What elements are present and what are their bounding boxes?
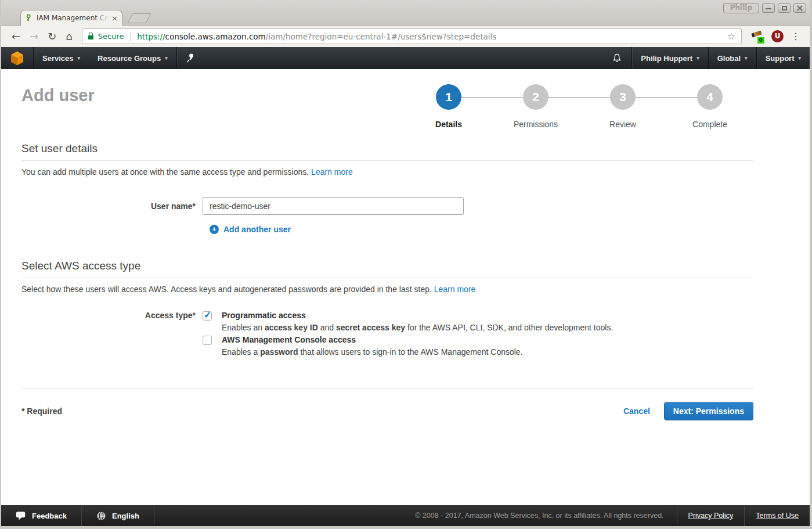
secure-lock-icon bbox=[88, 35, 93, 39]
chevron-down-icon: ▾ bbox=[798, 55, 801, 61]
omnibox-separator: | bbox=[129, 32, 132, 41]
console-access-option: AWS Management Console access Enables a … bbox=[203, 334, 613, 358]
url-text[interactable]: https://console.aws.amazon.com/iam/home?… bbox=[137, 32, 723, 41]
checkmark-icon: ✓ bbox=[204, 310, 211, 321]
cancel-link[interactable]: Cancel bbox=[623, 406, 650, 416]
programmatic-access-checkbox[interactable]: ✓ bbox=[203, 311, 212, 321]
ublock-extension-icon[interactable]: U bbox=[771, 30, 784, 42]
globe-icon bbox=[96, 511, 106, 521]
window-chrome: Philip IAM Management Co × bbox=[1, 0, 810, 26]
access-type-intro: Select how these users will access AWS. … bbox=[21, 285, 753, 294]
footer-divider bbox=[154, 505, 154, 526]
region-menu[interactable]: Global ▾ bbox=[709, 47, 756, 69]
option-description: Enables a password that allows users to … bbox=[222, 346, 523, 358]
step-details: 1 Details bbox=[405, 84, 492, 129]
extension-pencil-icon bbox=[751, 30, 762, 37]
maximize-button[interactable] bbox=[778, 3, 791, 13]
step-complete: 4 Complete bbox=[666, 84, 753, 129]
speech-bubble-icon bbox=[16, 511, 26, 521]
page-title: Add user bbox=[21, 86, 95, 105]
chevron-down-icon: ▾ bbox=[78, 55, 81, 61]
extension-badge: 0 bbox=[757, 37, 764, 44]
back-button[interactable]: ← bbox=[12, 31, 20, 42]
step-indicator: 1 Details 2 Permissions 3 Review 4 Compl… bbox=[405, 84, 753, 140]
username-input[interactable] bbox=[203, 197, 464, 215]
user-menu[interactable]: Philip Huppert ▾ bbox=[632, 47, 708, 69]
aws-navbar: Services ▾ Resource Groups ▾ Philip Hupp… bbox=[1, 47, 810, 69]
console-access-checkbox[interactable] bbox=[203, 336, 212, 345]
user-details-intro: You can add multiple users at once with … bbox=[21, 167, 753, 177]
programmatic-access-option: ✓ Programmatic access Enables an access … bbox=[203, 310, 613, 334]
window-titlebar[interactable]: Philip bbox=[1, 0, 810, 14]
resource-groups-menu[interactable]: Resource Groups ▾ bbox=[89, 47, 176, 69]
browser-tab[interactable]: IAM Management Co × bbox=[20, 10, 122, 26]
username-label: User name* bbox=[21, 197, 203, 215]
notifications-bell-icon[interactable] bbox=[602, 47, 631, 69]
extension-icon[interactable]: 0 bbox=[750, 30, 763, 44]
browser-menu-icon[interactable]: ⋮ bbox=[791, 31, 800, 42]
browser-window: Philip IAM Management Co × ← → ↻ ⌂ Secur… bbox=[0, 0, 812, 529]
learn-more-link[interactable]: Learn more bbox=[434, 285, 476, 294]
iam-key-favicon bbox=[25, 14, 33, 22]
aws-logo[interactable] bbox=[1, 47, 33, 69]
step-review: 3 Review bbox=[579, 84, 666, 129]
set-user-details-heading: Set user details bbox=[21, 142, 753, 161]
close-button[interactable] bbox=[793, 3, 806, 13]
bottom-divider bbox=[21, 388, 753, 389]
plus-icon: + bbox=[210, 225, 219, 234]
select-access-type-heading: Select AWS access type bbox=[21, 260, 753, 278]
option-title: Programmatic access bbox=[222, 310, 613, 322]
access-type-options: ✓ Programmatic access Enables an access … bbox=[203, 310, 613, 358]
step-permissions: 2 Permissions bbox=[492, 84, 579, 129]
privacy-policy-link[interactable]: Privacy Policy bbox=[677, 505, 745, 526]
secure-label: Secure bbox=[98, 32, 124, 41]
window-user-label: Philip bbox=[723, 3, 759, 13]
new-tab-button[interactable] bbox=[127, 13, 151, 23]
services-menu[interactable]: Services ▾ bbox=[34, 47, 89, 69]
chevron-down-icon: ▾ bbox=[745, 55, 748, 61]
language-link[interactable]: English bbox=[82, 505, 154, 526]
learn-more-link[interactable]: Learn more bbox=[311, 167, 353, 177]
url-path: /iam/home?region=eu-central-1#/users$new… bbox=[266, 32, 497, 41]
option-title: AWS Management Console access bbox=[222, 334, 523, 346]
tab-close-icon[interactable]: × bbox=[109, 15, 118, 22]
site-footer: Feedback English © 2008 - 2017, Amazon W… bbox=[1, 505, 810, 526]
minimize-button[interactable] bbox=[762, 3, 775, 13]
tab-title: IAM Management Co bbox=[37, 14, 109, 22]
reload-button[interactable]: ↻ bbox=[48, 31, 56, 42]
bookmark-star-icon[interactable]: ☆ bbox=[727, 31, 735, 42]
required-note: * Required bbox=[21, 406, 62, 416]
support-menu[interactable]: Support ▾ bbox=[757, 47, 810, 69]
browser-toolbar: ← → ↻ ⌂ Secure | https://console.aws.ama… bbox=[1, 26, 810, 47]
url-host: console.aws.amazon.com bbox=[165, 32, 266, 41]
chevron-down-icon: ▾ bbox=[696, 55, 699, 61]
terms-of-use-link[interactable]: Terms of Use bbox=[745, 505, 810, 526]
option-description: Enables an access key ID and secret acce… bbox=[222, 322, 613, 334]
url-scheme: https:// bbox=[137, 32, 165, 41]
access-type-label: Access type* bbox=[21, 310, 203, 358]
main-content: Add user 1 Details 2 Permissions 3 Revie… bbox=[1, 69, 810, 505]
address-bar[interactable]: Secure | https://console.aws.amazon.com/… bbox=[82, 28, 742, 44]
add-another-user-link[interactable]: + Add another user bbox=[210, 225, 753, 234]
copyright-text: © 2008 - 2017, Amazon Web Services, Inc.… bbox=[402, 505, 676, 526]
feedback-link[interactable]: Feedback bbox=[1, 505, 81, 526]
pin-shortcut-icon[interactable] bbox=[177, 47, 204, 69]
forward-button[interactable]: → bbox=[30, 31, 38, 42]
chevron-down-icon: ▾ bbox=[165, 55, 168, 61]
home-button[interactable]: ⌂ bbox=[66, 31, 72, 42]
next-permissions-button[interactable]: Next: Permissions bbox=[664, 402, 753, 420]
